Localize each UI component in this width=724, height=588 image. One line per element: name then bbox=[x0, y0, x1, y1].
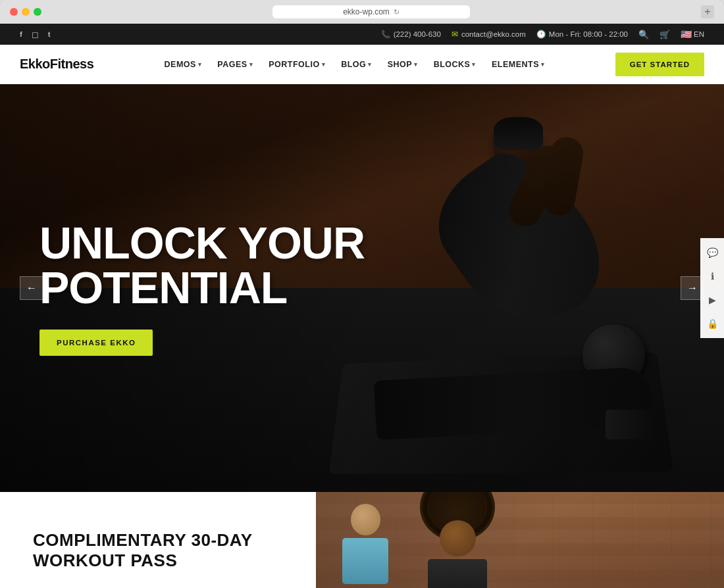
clock-icon: 🕐 bbox=[536, 30, 546, 39]
main-navigation: EkkoFitness DEMOS ▾ PAGES ▾ PORTFOLIO ▾ bbox=[0, 45, 724, 84]
dropdown-arrow: ▾ bbox=[414, 61, 418, 68]
person1-head bbox=[351, 504, 380, 535]
nav-link-elements[interactable]: ELEMENTS ▾ bbox=[485, 56, 552, 73]
workout-pass-headline: COMPLIMENTARY 30-DAY WORKOUT PASS bbox=[33, 530, 283, 571]
language-selector[interactable]: 🇺🇸 EN bbox=[681, 29, 704, 39]
dropdown-arrow: ▾ bbox=[249, 61, 253, 68]
dropdown-arrow: ▾ bbox=[368, 61, 372, 68]
phone-number: (222) 400-630 bbox=[394, 30, 441, 38]
instagram-icon[interactable]: ◻ bbox=[32, 30, 39, 39]
nav-item-shop[interactable]: SHOP ▾ bbox=[381, 56, 425, 73]
minimize-button[interactable] bbox=[22, 8, 30, 16]
address-bar[interactable]: ekko-wp.com ↻ bbox=[272, 5, 470, 18]
browser-titlebar: ekko-wp.com ↻ + bbox=[0, 0, 724, 24]
headline-line1: COMPLIMENTARY 30-DAY bbox=[33, 530, 253, 550]
headline-line2: WORKOUT PASS bbox=[33, 551, 177, 570]
cart-icon[interactable]: 🛒 bbox=[659, 30, 670, 39]
nav-item-elements[interactable]: ELEMENTS ▾ bbox=[485, 56, 552, 73]
email-address: contact@ekko.com bbox=[461, 30, 526, 38]
nav-link-portfolio[interactable]: PORTFOLIO ▾ bbox=[262, 56, 332, 73]
hero-prev-arrow[interactable]: ← bbox=[20, 276, 43, 300]
twitter-icon[interactable]: t bbox=[48, 30, 51, 38]
top-info-bar: f ◻ t 📞 (222) 400-630 ✉ contact@ekko.com… bbox=[0, 24, 724, 45]
person-2 bbox=[415, 492, 500, 588]
search-icon[interactable]: 🔍 bbox=[638, 30, 649, 39]
hours-text: Mon - Fri: 08:00 - 22:00 bbox=[549, 30, 628, 38]
gym-photo-panel bbox=[316, 492, 724, 588]
nav-menu: DEMOS ▾ PAGES ▾ PORTFOLIO ▾ BLOG ▾ bbox=[158, 56, 552, 73]
person2-body bbox=[428, 559, 487, 588]
dropdown-arrow: ▾ bbox=[198, 61, 202, 68]
nav-item-pages[interactable]: PAGES ▾ bbox=[211, 56, 259, 73]
url-text: ekko-wp.com bbox=[343, 7, 390, 16]
traffic-lights bbox=[10, 8, 41, 16]
lang-label: EN bbox=[694, 30, 704, 38]
nav-item-blocks[interactable]: BLOCKS ▾ bbox=[427, 56, 482, 73]
nav-item-demos[interactable]: DEMOS ▾ bbox=[158, 56, 209, 73]
hero-headline: UNLOCK YOUR POTENTIAL bbox=[39, 220, 365, 310]
nav-item-blog[interactable]: BLOG ▾ bbox=[334, 56, 378, 73]
reload-icon[interactable]: ↻ bbox=[394, 8, 400, 16]
contact-info: 📞 (222) 400-630 ✉ contact@ekko.com 🕐 Mon… bbox=[381, 29, 704, 39]
person-1 bbox=[336, 504, 395, 588]
nav-link-blocks[interactable]: BLOCKS ▾ bbox=[427, 56, 482, 73]
dropdown-arrow: ▾ bbox=[541, 61, 545, 68]
side-panel: 💬 ℹ ▶ 🔒 bbox=[700, 238, 724, 338]
social-links: f ◻ t bbox=[20, 30, 51, 39]
email-icon: ✉ bbox=[452, 30, 458, 39]
hero-section: UNLOCK YOUR POTENTIAL PURCHASE EKKO ← → … bbox=[0, 84, 724, 492]
nav-item-portfolio[interactable]: PORTFOLIO ▾ bbox=[262, 56, 332, 73]
phone-info: 📞 (222) 400-630 bbox=[381, 30, 441, 39]
person2-face bbox=[440, 520, 476, 556]
info-icon[interactable]: ℹ bbox=[706, 270, 719, 283]
website-container: f ◻ t 📞 (222) 400-630 ✉ contact@ekko.com… bbox=[0, 24, 724, 588]
get-started-button[interactable]: GET STARTED bbox=[615, 53, 704, 76]
address-bar-container: ekko-wp.com ↻ bbox=[47, 5, 696, 18]
facebook-icon[interactable]: f bbox=[20, 30, 22, 38]
person1-body bbox=[342, 538, 388, 584]
maximize-button[interactable] bbox=[34, 8, 41, 16]
new-tab-button[interactable]: + bbox=[701, 5, 714, 18]
nav-link-pages[interactable]: PAGES ▾ bbox=[211, 56, 259, 73]
hero-headline-line1: UNLOCK YOUR bbox=[39, 218, 365, 268]
browser-window: ekko-wp.com ↻ + bbox=[0, 0, 724, 24]
dropdown-arrow: ▾ bbox=[472, 61, 476, 68]
phone-icon: 📞 bbox=[381, 30, 390, 39]
nav-link-shop[interactable]: SHOP ▾ bbox=[381, 56, 425, 73]
site-logo[interactable]: EkkoFitness bbox=[20, 57, 93, 72]
bottom-section: COMPLIMENTARY 30-DAY WORKOUT PASS bbox=[0, 492, 724, 588]
hero-headline-line2: POTENTIAL bbox=[39, 262, 287, 312]
purchase-button[interactable]: PURCHASE EKKO bbox=[39, 330, 153, 356]
nav-link-demos[interactable]: DEMOS ▾ bbox=[158, 56, 209, 73]
email-info: ✉ contact@ekko.com bbox=[452, 30, 526, 39]
flag-icon: 🇺🇸 bbox=[681, 29, 692, 39]
hours-info: 🕐 Mon - Fri: 08:00 - 22:00 bbox=[536, 30, 628, 39]
close-button[interactable] bbox=[10, 8, 18, 16]
dropdown-arrow: ▾ bbox=[322, 61, 326, 68]
lock-icon[interactable]: 🔒 bbox=[706, 317, 719, 330]
hero-content: UNLOCK YOUR POTENTIAL PURCHASE EKKO bbox=[39, 220, 365, 356]
chat-icon[interactable]: 💬 bbox=[706, 246, 719, 259]
nav-link-blog[interactable]: BLOG ▾ bbox=[334, 56, 378, 73]
play-icon[interactable]: ▶ bbox=[706, 293, 719, 306]
workout-pass-panel: COMPLIMENTARY 30-DAY WORKOUT PASS bbox=[0, 492, 316, 588]
